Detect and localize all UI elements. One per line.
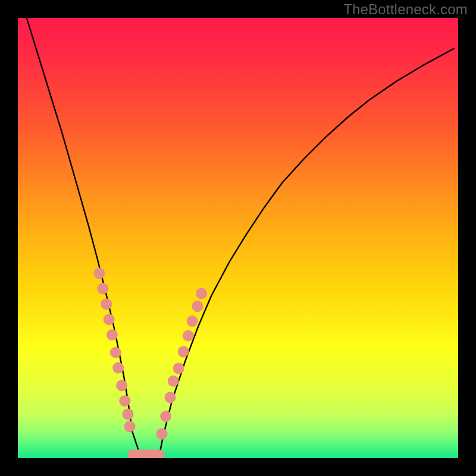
watermark-text: TheBottleneck.com <box>343 1 468 18</box>
data-point <box>160 411 171 422</box>
data-point <box>107 329 118 340</box>
plot-area <box>18 18 458 458</box>
scatter-dots <box>93 268 207 458</box>
data-point <box>101 299 112 310</box>
data-point <box>168 375 179 387</box>
data-point <box>178 346 189 357</box>
data-point <box>104 314 115 325</box>
data-point <box>116 380 127 391</box>
data-point <box>124 421 135 432</box>
data-point <box>112 362 124 374</box>
chart-frame: TheBottleneck.com <box>0 0 476 476</box>
data-point <box>165 392 176 403</box>
bottleneck-curve <box>27 18 454 458</box>
data-point <box>97 283 108 295</box>
data-point <box>192 300 203 312</box>
data-point <box>196 288 207 299</box>
data-point <box>173 363 184 374</box>
data-point <box>183 330 194 342</box>
data-point <box>93 268 105 279</box>
data-point <box>123 409 134 420</box>
chart-svg <box>18 18 458 458</box>
data-point <box>187 315 198 327</box>
data-point <box>156 428 167 440</box>
data-point <box>119 395 130 406</box>
data-point <box>110 347 121 358</box>
